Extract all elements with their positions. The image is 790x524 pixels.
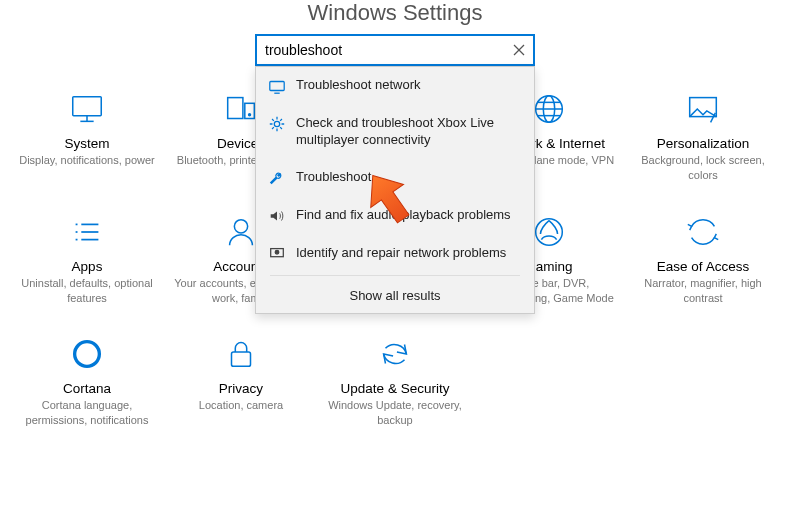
globe-icon [530,90,568,128]
tile-desc: Display, notifications, power [16,153,158,168]
tile-privacy[interactable]: Privacy Location, camera [164,335,318,428]
dropdown-item-troubleshoot[interactable]: Troubleshoot [256,159,534,197]
tile-title: Ease of Access [632,259,774,274]
tile-desc: Uninstall, defaults, optional features [16,276,158,306]
gear-icon [268,115,286,133]
dropdown-label: Troubleshoot [296,169,522,186]
dropdown-separator [270,275,520,276]
tile-title: Personalization [632,136,774,151]
audio-icon [268,207,286,225]
svg-rect-10 [228,98,243,119]
search-box[interactable] [255,34,535,66]
svg-point-4 [274,121,279,126]
dropdown-label: Find and fix audio playback problems [296,207,522,224]
network-repair-icon [268,245,286,263]
tile-ease-of-access[interactable]: Ease of Access Narrator, magnifier, high… [626,213,780,306]
tile-title: System [16,136,158,151]
dropdown-item-troubleshoot-network[interactable]: Troubleshoot network [256,67,534,105]
clear-icon[interactable] [511,42,527,58]
svg-rect-7 [73,97,102,116]
tile-title: Privacy [170,381,312,396]
tile-desc: Narrator, magnifier, high contrast [632,276,774,306]
gaming-icon [530,213,568,251]
svg-rect-30 [232,352,251,366]
search-input[interactable] [265,42,505,58]
tile-system[interactable]: System Display, notifications, power [10,90,164,183]
tile-update-security[interactable]: Update & Security Windows Update, recove… [318,335,472,428]
tile-cortana[interactable]: Cortana Cortana language, permissions, n… [10,335,164,428]
svg-point-29 [75,342,100,367]
svg-point-28 [536,218,563,245]
svg-point-25 [234,219,247,232]
tile-title: Cortana [16,381,158,396]
page-title: Windows Settings [0,0,790,26]
personalization-icon [684,90,722,128]
search-container: Troubleshoot network Check and troublesh… [255,34,535,66]
privacy-icon [222,335,260,373]
tile-desc: Background, lock screen, colors [632,153,774,183]
search-dropdown: Troubleshoot network Check and troublesh… [255,66,535,314]
dropdown-label: Check and troubleshoot Xbox Live multipl… [296,115,522,149]
wrench-icon [268,169,286,187]
tile-desc: Windows Update, recovery, backup [324,398,466,428]
svg-rect-2 [270,82,284,91]
tile-personalization[interactable]: Personalization Background, lock screen,… [626,90,780,183]
dropdown-item-repair-network[interactable]: Identify and repair network problems [256,235,534,273]
tile-title: Update & Security [324,381,466,396]
tile-apps[interactable]: Apps Uninstall, defaults, optional featu… [10,213,164,306]
tile-desc: Location, camera [170,398,312,413]
tile-desc: Cortana language, permissions, notificat… [16,398,158,428]
dropdown-label: Identify and repair network problems [296,245,522,262]
show-all-results[interactable]: Show all results [256,278,534,313]
update-icon [376,335,414,373]
dropdown-item-xbox-connectivity[interactable]: Check and troubleshoot Xbox Live multipl… [256,105,534,159]
apps-icon [68,213,106,251]
tile-title: Apps [16,259,158,274]
dropdown-item-audio-problems[interactable]: Find and fix audio playback problems [256,197,534,235]
network-icon [268,77,286,95]
ease-of-access-icon [684,213,722,251]
system-icon [68,90,106,128]
svg-point-12 [249,114,251,116]
cortana-icon [68,335,106,373]
svg-point-6 [275,250,279,254]
dropdown-label: Troubleshoot network [296,77,522,94]
